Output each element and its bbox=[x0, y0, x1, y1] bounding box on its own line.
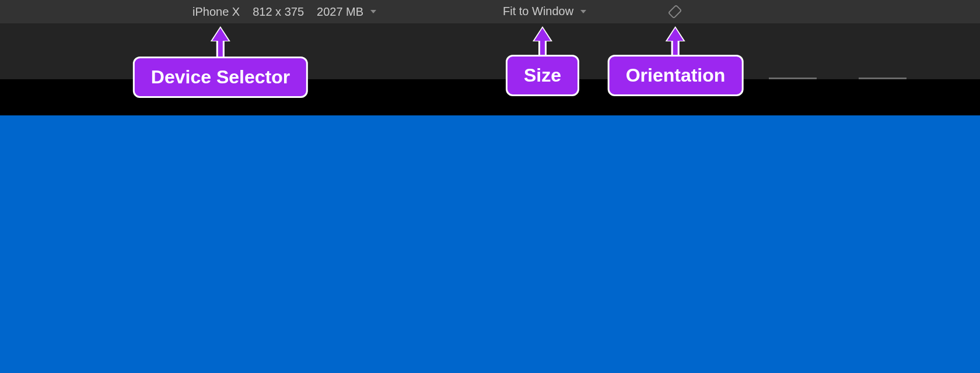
zoom-text: Fit to Window bbox=[503, 5, 573, 18]
svg-rect-0 bbox=[668, 5, 681, 18]
content-viewport bbox=[0, 115, 980, 373]
rotate-icon bbox=[666, 2, 684, 20]
orientation-button[interactable] bbox=[667, 3, 683, 20]
black-separator-band bbox=[0, 79, 980, 115]
device-name: iPhone X bbox=[192, 5, 240, 19]
dimensions-text: 812 x 375 bbox=[253, 5, 304, 19]
chevron-down-icon bbox=[580, 10, 586, 13]
tab-indicator bbox=[859, 78, 907, 79]
device-toolbar: iPhone X 812 x 375 2027 MB Fit to Window bbox=[0, 0, 980, 23]
device-selector[interactable]: iPhone X bbox=[192, 5, 240, 19]
tab-indicator bbox=[769, 78, 817, 79]
memory-dropdown[interactable]: 2027 MB bbox=[317, 5, 376, 19]
chevron-down-icon bbox=[370, 10, 376, 13]
device-dimensions[interactable]: 812 x 375 bbox=[253, 5, 304, 19]
secondary-toolbar-band bbox=[0, 23, 980, 79]
toolbar-device-group: iPhone X 812 x 375 2027 MB bbox=[192, 5, 376, 19]
zoom-dropdown[interactable]: Fit to Window bbox=[503, 5, 586, 18]
memory-text: 2027 MB bbox=[317, 5, 363, 19]
